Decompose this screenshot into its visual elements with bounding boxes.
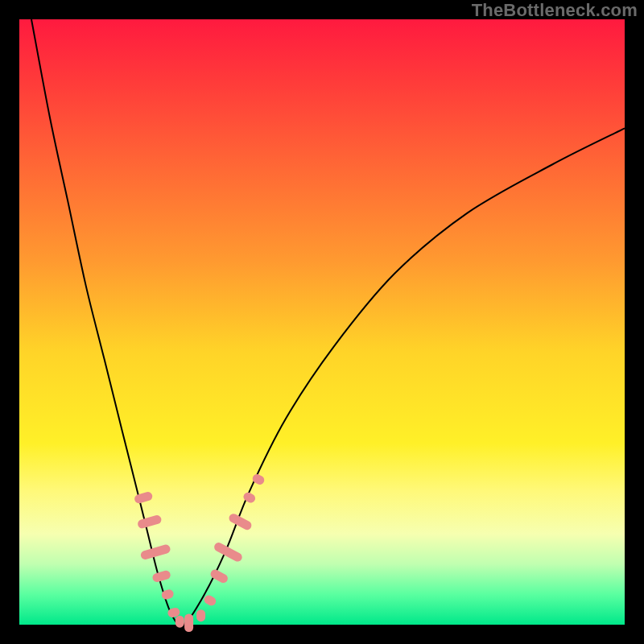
chart-frame xyxy=(19,19,625,625)
curve-marker xyxy=(184,614,193,633)
curve-marker xyxy=(140,543,171,560)
marker-group xyxy=(134,473,266,632)
curve-marker xyxy=(196,609,205,621)
curve-marker xyxy=(134,491,154,505)
bottleneck-curve-path xyxy=(31,19,625,625)
curve-marker xyxy=(175,616,184,628)
curve-marker xyxy=(137,514,163,530)
curve-marker xyxy=(209,568,229,584)
curve-marker xyxy=(203,594,217,608)
watermark-text: TheBottleneck.com xyxy=(472,0,638,21)
curve-marker xyxy=(151,569,171,583)
chart-svg-layer xyxy=(19,19,625,625)
